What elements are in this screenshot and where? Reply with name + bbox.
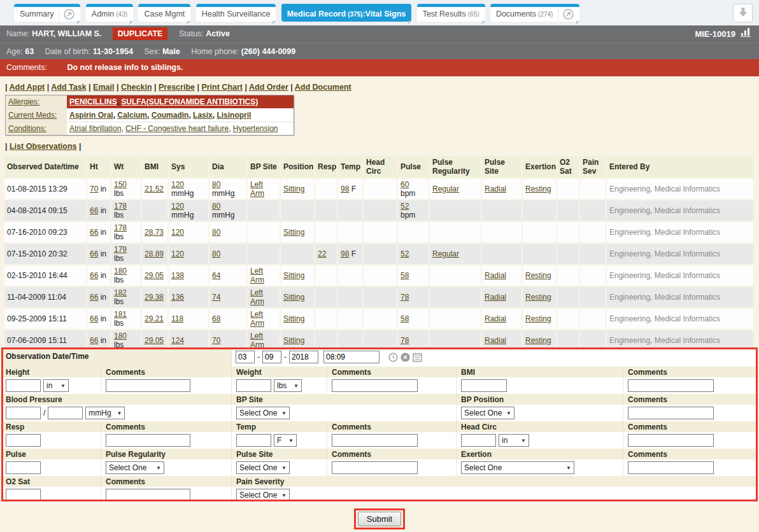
observation-value-link[interactable]: 136: [171, 293, 184, 302]
observation-value-link[interactable]: 52: [401, 202, 409, 211]
observation-value-link[interactable]: 21.52: [145, 185, 164, 193]
medication-link[interactable]: Aspirin Oral: [69, 111, 113, 120]
tab-admin[interactable]: Admin (43): [86, 4, 133, 22]
observation-value-link[interactable]: 52: [401, 249, 409, 258]
observation-value-link[interactable]: 22: [318, 249, 326, 258]
bp-position-select[interactable]: Select One▼: [461, 407, 514, 419]
observation-value-link[interactable]: 178: [114, 202, 127, 211]
action-link[interactable]: Print Chart: [201, 83, 243, 92]
action-link[interactable]: Add Appt: [10, 83, 45, 92]
observation-value-link[interactable]: 179: [114, 245, 127, 254]
action-link[interactable]: Email: [93, 83, 114, 92]
weight-comments-input[interactable]: [332, 379, 418, 392]
observation-value-link[interactable]: 78: [401, 293, 409, 302]
observation-value-link[interactable]: 150: [114, 180, 127, 189]
observation-value-link[interactable]: Left Arm: [250, 332, 264, 347]
medication-link[interactable]: Calcium: [117, 111, 147, 120]
observation-value-link[interactable]: 66: [90, 249, 98, 258]
condition-link[interactable]: Hypertension: [233, 124, 278, 133]
current-meds-link[interactable]: Current Meds:: [8, 111, 57, 120]
action-link[interactable]: Prescribe: [159, 83, 195, 92]
popout-icon[interactable]: [59, 9, 74, 20]
temp-input[interactable]: [236, 434, 271, 447]
observation-value-link[interactable]: 60: [401, 180, 409, 189]
observation-value-link[interactable]: 98: [341, 249, 349, 258]
observation-value-link[interactable]: Resting: [525, 185, 551, 193]
observation-value-link[interactable]: Regular: [432, 249, 459, 258]
pulse-input[interactable]: [6, 461, 41, 474]
observation-value-link[interactable]: 66: [90, 228, 98, 237]
observation-value-link[interactable]: 29.05: [145, 271, 164, 280]
observation-value-link[interactable]: 120: [171, 228, 184, 237]
observation-value-link[interactable]: Regular: [432, 185, 459, 193]
bp-diastolic-input[interactable]: [48, 407, 83, 419]
temp-comments-input[interactable]: [332, 434, 418, 447]
tab-summary[interactable]: Summary: [14, 4, 80, 22]
observation-value-link[interactable]: 178: [114, 223, 127, 232]
o2-sat-comments-input[interactable]: [106, 489, 190, 501]
observation-value-link[interactable]: 70: [90, 185, 98, 193]
observation-value-link[interactable]: 120: [171, 202, 184, 211]
medication-link[interactable]: Lisinopril: [216, 111, 251, 120]
observation-value-link[interactable]: Sitting: [283, 271, 304, 280]
observation-value-link[interactable]: Left Arm: [250, 310, 264, 328]
action-link[interactable]: Checkin: [121, 83, 152, 92]
observation-value-link[interactable]: Sitting: [283, 228, 304, 237]
allergy-link[interactable]: SULFA(SULFONAMIDE ANTIBIOTICS): [121, 97, 258, 106]
observation-value-link[interactable]: 118: [171, 314, 183, 323]
medication-link[interactable]: Lasix: [193, 111, 213, 120]
tab-medical-record[interactable]: Medical Record (375) :Vital Signs: [281, 4, 412, 22]
allergies-link[interactable]: Allergies:: [8, 97, 39, 106]
observation-value-link[interactable]: 120: [171, 180, 184, 189]
observation-value-link[interactable]: 68: [212, 314, 220, 323]
list-observations-link[interactable]: List Observations: [10, 142, 77, 151]
observation-value-link[interactable]: 58: [401, 271, 409, 280]
condition-link[interactable]: Atrial fibrillation: [69, 124, 121, 133]
head-circ-unit-select[interactable]: in▼: [499, 434, 529, 447]
pulse-site-select[interactable]: Select One▼: [236, 461, 290, 474]
medication-link[interactable]: Coumadin: [152, 111, 189, 120]
pain-severity-select[interactable]: Select One▼: [236, 489, 290, 501]
height-comments-input[interactable]: [106, 379, 190, 392]
observation-value-link[interactable]: Radial: [485, 185, 506, 193]
flowsheet-chart-icon[interactable]: [741, 25, 753, 43]
observation-value-link[interactable]: 70: [212, 336, 220, 345]
observation-value-link[interactable]: 66: [90, 293, 98, 302]
observation-value-link[interactable]: Sitting: [283, 293, 304, 302]
pulse-comments-input[interactable]: [332, 461, 418, 474]
download-button[interactable]: [733, 4, 753, 22]
bmi-input[interactable]: [461, 379, 507, 392]
submit-button[interactable]: Submit: [358, 512, 401, 526]
observation-value-link[interactable]: 29.38: [145, 293, 164, 302]
condition-link[interactable]: CHF - Congestive heart failure: [125, 124, 229, 133]
o2-sat-input[interactable]: [6, 489, 41, 501]
observation-value-link[interactable]: Sitting: [283, 314, 304, 323]
observation-value-link[interactable]: 58: [401, 314, 409, 323]
observation-value-link[interactable]: 28.89: [145, 249, 164, 258]
observation-value-link[interactable]: 78: [401, 336, 409, 345]
observation-value-link[interactable]: Radial: [485, 336, 506, 345]
observation-value-link[interactable]: Sitting: [283, 336, 304, 345]
date-month-input[interactable]: [236, 351, 255, 363]
observation-value-link[interactable]: 138: [171, 271, 184, 280]
action-link[interactable]: Add Document: [295, 83, 351, 92]
clear-icon[interactable]: [401, 353, 410, 362]
tab-test-results[interactable]: Test Results (65): [417, 4, 485, 22]
observation-value-link[interactable]: 181: [114, 310, 127, 319]
observation-value-link[interactable]: 74: [212, 293, 220, 302]
action-link[interactable]: Add Task: [51, 83, 86, 92]
exertion-comments-input[interactable]: [628, 461, 714, 474]
resp-input[interactable]: [6, 434, 41, 447]
height-unit-select[interactable]: in▼: [43, 379, 69, 392]
popout-icon[interactable]: [558, 9, 574, 20]
conditions-link[interactable]: Conditions:: [8, 124, 46, 133]
head-circ-input[interactable]: [461, 434, 496, 447]
bp-systolic-input[interactable]: [6, 407, 41, 419]
duplicate-badge[interactable]: DUPLICATE: [113, 27, 168, 40]
time-input[interactable]: [323, 351, 380, 363]
action-link[interactable]: Add Order: [249, 83, 288, 92]
observation-value-link[interactable]: 182: [114, 288, 127, 297]
head-circ-comments-input[interactable]: [628, 434, 714, 447]
date-day-input[interactable]: [262, 351, 281, 363]
observation-value-link[interactable]: 80: [212, 202, 220, 211]
